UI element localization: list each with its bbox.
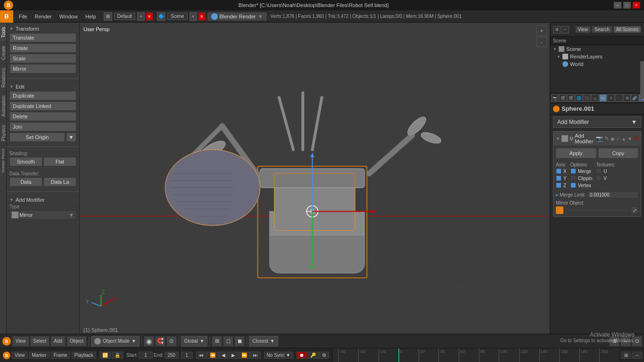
edit-header[interactable]: ▼ Edit :: xyxy=(9,82,76,91)
workspace-icon[interactable]: ⊞ xyxy=(104,12,112,21)
snap-to-selector[interactable]: Closest ▼ xyxy=(249,336,278,346)
props-mat-tab[interactable]: M xyxy=(599,94,607,102)
set-origin-button[interactable]: Set Origin xyxy=(9,132,65,142)
step-forward-btn[interactable]: ⏩ xyxy=(239,352,250,359)
vp-nav-btn-1[interactable]: + xyxy=(537,25,547,36)
object-toolbar-btn[interactable]: Object xyxy=(66,336,87,346)
overlay-icon[interactable]: ⊞ xyxy=(212,336,222,346)
pivot-icon[interactable]: ◉ xyxy=(144,336,154,346)
props-prt-tab[interactable]: · xyxy=(615,94,623,102)
timeline-playback-btn[interactable]: Playback xyxy=(72,352,97,359)
props-render-tab[interactable]: 🎬 xyxy=(559,94,567,102)
grease-pencil-tab[interactable]: Grease Pencil xyxy=(0,145,6,176)
props-tex-tab[interactable]: T xyxy=(607,94,615,102)
x-axis-checkbox[interactable] xyxy=(556,168,561,174)
outliner-world-item[interactable]: World xyxy=(550,60,644,68)
mirror-icon[interactable]: 🔒 xyxy=(112,352,123,359)
outliner-scene-item[interactable]: ▼ Scene xyxy=(550,45,644,53)
play-back-btn[interactable]: ◀ xyxy=(219,352,228,359)
view-toolbar-btn[interactable]: View xyxy=(12,336,29,346)
rotate-button[interactable]: Rotate xyxy=(9,43,76,53)
timeline-track[interactable]: -60 -40 -20 0 20 40 60 80 100 120 140 16… xyxy=(332,348,619,362)
props-world-tab[interactable]: 🌐 xyxy=(575,94,583,102)
render-engine-selector[interactable]: Blender Render ▼ xyxy=(207,12,267,21)
close-button[interactable]: ✕ xyxy=(633,2,640,8)
mode-selector[interactable]: Object Mode ▼ xyxy=(91,336,140,346)
props-con-tab[interactable]: 🔗 xyxy=(631,94,638,102)
props-cam-tab[interactable]: 📷 xyxy=(551,94,559,102)
mod-render-icon[interactable]: 📷 xyxy=(596,135,603,142)
step-back-btn[interactable]: ⏪ xyxy=(207,352,218,359)
settings-btn[interactable]: ⚙ xyxy=(319,352,329,359)
workspace-add[interactable]: + xyxy=(137,12,145,21)
mod-delete-icon[interactable]: ✕ xyxy=(634,135,638,142)
tl-right-icon-1[interactable]: ⊞ xyxy=(621,352,631,359)
copy-button[interactable]: Copy xyxy=(598,148,639,158)
play-btn[interactable]: ▶ xyxy=(229,352,238,359)
merge-limit-input[interactable]: 0.001000 xyxy=(587,191,638,198)
animation-tab[interactable]: Animation xyxy=(0,91,6,120)
viewport-shading-2[interactable]: ◼ xyxy=(234,336,245,346)
mirror-object-input[interactable] xyxy=(564,209,630,211)
orientation-selector[interactable]: Global ▼ xyxy=(181,336,208,346)
vertex-checkbox[interactable] xyxy=(570,182,576,188)
search-button[interactable]: Search xyxy=(592,26,612,33)
physics-tab[interactable]: Physics xyxy=(0,121,6,145)
toolbar-engine-icon[interactable]: B xyxy=(2,337,11,346)
apply-button[interactable]: Apply xyxy=(556,148,596,158)
z-axis-checkbox[interactable] xyxy=(556,182,561,188)
mod-edit-icon[interactable]: ✎ xyxy=(604,135,609,142)
viewport-3d[interactable]: User Persp xyxy=(80,23,550,334)
prop-edit-icon[interactable]: ⊙ xyxy=(166,336,177,346)
smooth-button[interactable]: Smooth xyxy=(9,157,42,166)
add-modifier-header[interactable]: ▼ Add Modifier :: xyxy=(9,196,76,204)
delete-button[interactable]: Delete xyxy=(9,112,76,121)
record-btn[interactable]: ⏺ xyxy=(297,352,307,359)
timeline-frame-btn[interactable]: Frame xyxy=(51,352,70,359)
duplicate-linked-button[interactable]: Duplicate Linked xyxy=(9,101,76,111)
outliner-scrollbar[interactable] xyxy=(640,61,644,93)
modifier-collapse-icon[interactable]: ▼ xyxy=(556,136,560,141)
workspace-selector[interactable]: Default xyxy=(114,13,136,20)
scene-add[interactable]: + xyxy=(190,12,197,21)
mod-down-icon[interactable]: ▼ xyxy=(627,136,632,141)
timeline-marker-btn[interactable]: Marker xyxy=(29,352,50,359)
viewport-shading-1[interactable]: ◻ xyxy=(223,336,233,346)
all-scenes-button[interactable]: All Scenes xyxy=(613,26,641,33)
right-nav-icon-1[interactable]: ⊞ xyxy=(553,26,561,33)
workspace-close[interactable]: ✕ xyxy=(146,12,153,21)
file-menu[interactable]: File xyxy=(15,10,31,23)
sync-selector[interactable]: No Sync ▼ xyxy=(264,352,293,359)
end-frame-input[interactable]: 250 xyxy=(165,352,179,359)
flat-button[interactable]: Flat xyxy=(43,157,76,166)
y-axis-checkbox[interactable] xyxy=(556,175,561,181)
mod-realtime-icon[interactable]: ◉ xyxy=(611,136,615,141)
create-tab[interactable]: Create xyxy=(0,41,6,64)
maximize-button[interactable]: □ xyxy=(623,2,631,8)
scene-close[interactable]: ✕ xyxy=(198,12,206,21)
jump-start-btn[interactable]: ⏮ xyxy=(196,352,206,359)
scene-selector[interactable]: Scene xyxy=(167,13,187,20)
v-checkbox[interactable] xyxy=(596,175,602,181)
select-toolbar-btn[interactable]: Select xyxy=(30,336,50,346)
timeline-view-btn[interactable]: View xyxy=(12,352,28,359)
jump-end-btn[interactable]: ⏭ xyxy=(250,352,261,359)
window-menu[interactable]: Window xyxy=(56,10,82,23)
set-origin-dropdown[interactable]: ▼ xyxy=(66,132,76,142)
transform-header[interactable]: ▼ Transform :: xyxy=(9,25,76,33)
data-button[interactable]: Data xyxy=(9,177,42,187)
add-modifier-bar[interactable]: Add Modifier ▼ xyxy=(553,116,641,128)
minimize-button[interactable]: ─ xyxy=(614,2,621,8)
tl-right-icon-2[interactable]: ↔ xyxy=(632,352,642,359)
right-nav-icon-2[interactable]: ↔ xyxy=(561,26,569,33)
u-checkbox[interactable] xyxy=(596,168,602,174)
data-la-button[interactable]: Data La xyxy=(43,177,76,187)
translate-button[interactable]: Translate xyxy=(9,33,76,42)
props-obj-tab[interactable]: ⬛ xyxy=(583,94,591,102)
key-btn[interactable]: 🔑 xyxy=(307,352,319,359)
relations-tab[interactable]: Relations xyxy=(0,64,6,91)
render-menu[interactable]: Render xyxy=(31,10,56,23)
mirror-object-link-icon[interactable]: ⤢ xyxy=(631,206,638,214)
props-scene-tab[interactable]: 🎬 xyxy=(567,94,575,102)
outliner-renderlayers-item[interactable]: ▼ RenderLayers xyxy=(550,53,644,60)
